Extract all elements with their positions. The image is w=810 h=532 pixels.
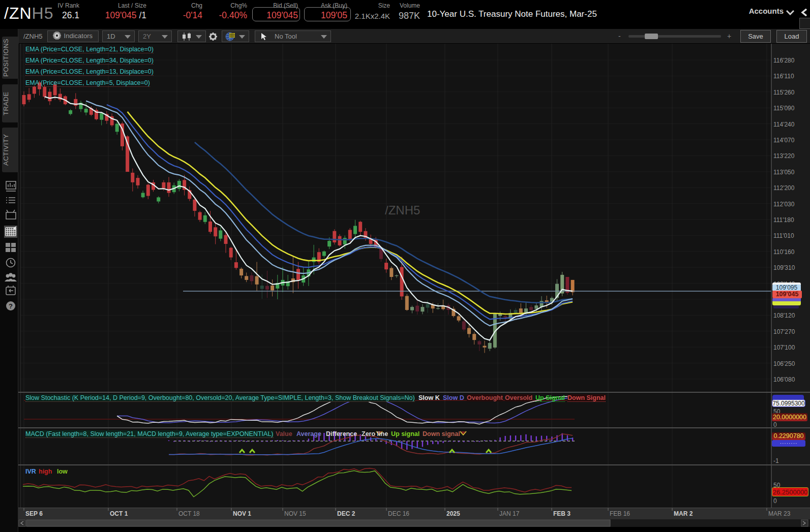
svg-text:2025: 2025	[446, 510, 460, 517]
svg-text:MAR 2: MAR 2	[674, 510, 693, 517]
svg-text:NOV 1: NOV 1	[233, 510, 251, 517]
svg-text:JAN 17: JAN 17	[499, 510, 520, 517]
svg-text:OCT 1: OCT 1	[110, 510, 128, 517]
svg-text:NOV 15: NOV 15	[284, 510, 306, 517]
svg-text:DEC 2: DEC 2	[337, 510, 355, 517]
svg-text:DEC 16: DEC 16	[388, 510, 409, 517]
svg-text:FEB 3: FEB 3	[553, 510, 571, 517]
svg-text:OCT 18: OCT 18	[178, 510, 200, 517]
svg-text:MAR 23: MAR 23	[768, 510, 791, 517]
svg-text:/ZNH5: /ZNH5	[385, 203, 420, 217]
svg-text:SEP 6: SEP 6	[25, 510, 43, 517]
svg-text:FEB 16: FEB 16	[610, 510, 630, 517]
